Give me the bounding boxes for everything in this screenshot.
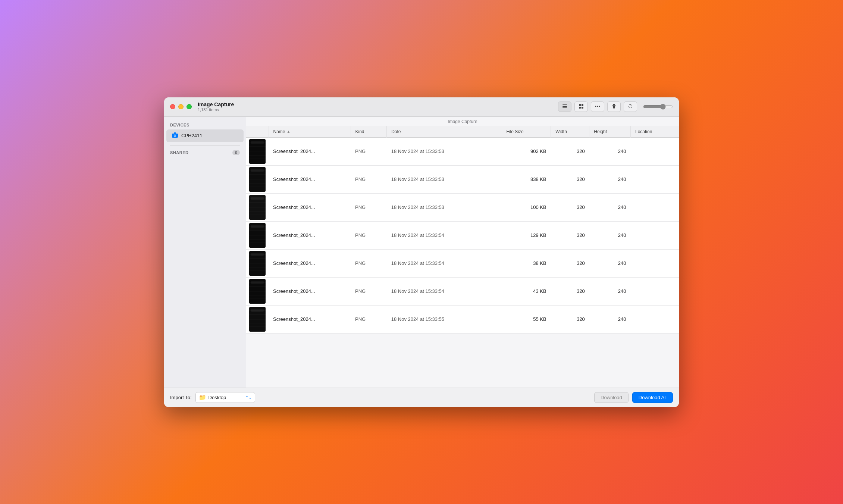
more-button[interactable] <box>591 101 604 112</box>
file-name: Screenshot_2024... <box>269 305 351 333</box>
titlebar: Image Capture 1,131 items <box>164 97 679 117</box>
file-name: Screenshot_2024... <box>269 277 351 305</box>
file-name: Screenshot_2024... <box>269 137 351 165</box>
file-location <box>630 193 679 221</box>
grid-view-icon <box>578 103 584 110</box>
file-date: 18 Nov 2024 at 15:33:54 <box>387 249 502 277</box>
file-name: Screenshot_2024... <box>269 193 351 221</box>
file-date: 18 Nov 2024 at 15:33:55 <box>387 305 502 333</box>
delete-button[interactable] <box>607 101 621 112</box>
file-name: Screenshot_2024... <box>269 221 351 249</box>
list-view-button[interactable] <box>558 101 571 112</box>
device-name-label: CPH2411 <box>181 133 202 138</box>
list-view-icon <box>562 103 568 110</box>
file-width: 320 <box>551 277 589 305</box>
file-width: 320 <box>551 137 589 165</box>
table-row[interactable]: Screenshot_2024...PNG18 Nov 2024 at 15:3… <box>246 165 679 193</box>
file-date: 18 Nov 2024 at 15:33:54 <box>387 221 502 249</box>
folder-icon: 📁 <box>199 394 206 401</box>
sidebar: DEVICES CPH2411 SHARED 0 <box>164 117 246 388</box>
file-thumbnail <box>246 277 269 305</box>
file-size: 55 KB <box>502 305 551 333</box>
minimize-button[interactable] <box>178 104 184 109</box>
file-thumbnail <box>246 137 269 165</box>
svg-rect-10 <box>612 105 616 106</box>
file-location <box>630 249 679 277</box>
table-row[interactable]: Screenshot_2024...PNG18 Nov 2024 at 15:3… <box>246 193 679 221</box>
file-area: Image Capture Name ▲ Kind <box>246 117 679 388</box>
table-header-row: Name ▲ Kind Date File Size Width Height … <box>246 126 679 138</box>
file-kind: PNG <box>351 193 387 221</box>
file-thumbnail <box>246 221 269 249</box>
import-location-select[interactable]: 📁 Desktop ⌃⌄ <box>195 392 255 403</box>
bottom-bar: Import To: 📁 Desktop ⌃⌄ Download Downloa… <box>164 388 679 407</box>
table-row[interactable]: Screenshot_2024...PNG18 Nov 2024 at 15:3… <box>246 305 679 333</box>
file-date: 18 Nov 2024 at 15:33:54 <box>387 277 502 305</box>
file-size: 38 KB <box>502 249 551 277</box>
svg-rect-1 <box>562 106 567 107</box>
svg-rect-13 <box>174 132 176 134</box>
svg-rect-5 <box>579 107 581 109</box>
toolbar-actions <box>558 101 673 112</box>
table-row[interactable]: Screenshot_2024...PNG18 Nov 2024 at 15:3… <box>246 249 679 277</box>
sidebar-item-device[interactable]: CPH2411 <box>166 129 244 142</box>
file-kind: PNG <box>351 137 387 165</box>
table-row[interactable]: Screenshot_2024...PNG18 Nov 2024 at 15:3… <box>246 137 679 165</box>
shared-section-row: SHARED 0 <box>164 148 246 157</box>
file-width: 320 <box>551 305 589 333</box>
file-table-container[interactable]: Name ▲ Kind Date File Size Width Height … <box>246 126 679 388</box>
download-button[interactable]: Download <box>594 392 629 403</box>
import-location-value: Desktop <box>209 395 243 400</box>
th-location[interactable]: Location <box>630 126 679 138</box>
file-date: 18 Nov 2024 at 15:33:53 <box>387 137 502 165</box>
table-row[interactable]: Screenshot_2024...PNG18 Nov 2024 at 15:3… <box>246 277 679 305</box>
devices-section-label: DEVICES <box>164 121 246 129</box>
th-thumb <box>246 126 269 138</box>
file-height: 240 <box>589 137 631 165</box>
file-date: 18 Nov 2024 at 15:33:53 <box>387 165 502 193</box>
th-date[interactable]: Date <box>387 126 502 138</box>
svg-rect-6 <box>582 107 583 109</box>
rotate-button[interactable] <box>624 101 637 112</box>
th-name[interactable]: Name ▲ <box>269 126 351 138</box>
sidebar-divider <box>170 145 240 145</box>
th-kind[interactable]: Kind <box>351 126 387 138</box>
file-thumbnail <box>246 165 269 193</box>
file-height: 240 <box>589 305 631 333</box>
table-row[interactable]: Screenshot_2024...PNG18 Nov 2024 at 15:3… <box>246 221 679 249</box>
file-area-header: Image Capture <box>246 117 679 126</box>
close-button[interactable] <box>170 104 175 109</box>
file-kind: PNG <box>351 277 387 305</box>
svg-rect-0 <box>562 104 567 105</box>
file-height: 240 <box>589 221 631 249</box>
file-height: 240 <box>589 277 631 305</box>
file-width: 320 <box>551 193 589 221</box>
file-size: 902 KB <box>502 137 551 165</box>
window-title: Image Capture <box>198 101 558 107</box>
maximize-button[interactable] <box>187 104 192 109</box>
file-thumbnail <box>246 249 269 277</box>
window-subtitle: 1,131 items <box>198 107 558 112</box>
main-content: DEVICES CPH2411 SHARED 0 Im <box>164 117 679 388</box>
chevron-icon: ⌃⌄ <box>245 395 252 400</box>
file-height: 240 <box>589 249 631 277</box>
file-width: 320 <box>551 165 589 193</box>
th-width[interactable]: Width <box>551 126 589 138</box>
app-window: Image Capture 1,131 items <box>164 97 679 407</box>
sort-arrow-icon: ▲ <box>287 129 291 134</box>
svg-point-8 <box>597 106 598 107</box>
file-table: Name ▲ Kind Date File Size Width Height … <box>246 126 679 334</box>
th-height[interactable]: Height <box>589 126 631 138</box>
download-all-button[interactable]: Download All <box>632 392 673 403</box>
traffic-lights <box>170 104 192 109</box>
svg-point-7 <box>595 106 596 107</box>
camera-icon <box>172 132 178 140</box>
zoom-slider[interactable] <box>643 104 673 110</box>
window-title-area: Image Capture 1,131 items <box>198 101 558 112</box>
file-date: 18 Nov 2024 at 15:33:53 <box>387 193 502 221</box>
svg-rect-3 <box>579 104 581 106</box>
th-filesize[interactable]: File Size <box>502 126 551 138</box>
grid-view-button[interactable] <box>574 101 588 112</box>
ellipsis-icon <box>595 103 601 110</box>
import-to-label: Import To: <box>170 395 192 400</box>
